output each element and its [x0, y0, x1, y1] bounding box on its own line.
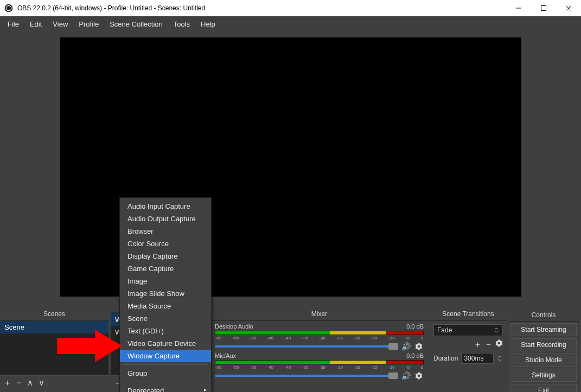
add-transition-button[interactable]: ＋	[474, 339, 482, 350]
transitions-panel: Scene Transitions Fade ＋ − Duration	[430, 308, 506, 389]
channel-name: Mic/Aux	[215, 352, 236, 359]
ctx-video-capture-device[interactable]: Video Capture Device	[120, 337, 211, 350]
transitions-header: Scene Transitions	[430, 308, 506, 321]
ctx-display-capture[interactable]: Display Capture	[120, 250, 211, 262]
obs-logo-icon	[4, 4, 13, 12]
volume-slider[interactable]	[215, 345, 398, 348]
remove-scene-button[interactable]: −	[17, 378, 22, 387]
ctx-scene[interactable]: Scene	[120, 312, 211, 325]
start-recording-button[interactable]: Start Recording	[510, 338, 577, 351]
remove-transition-button[interactable]: −	[486, 339, 491, 350]
speaker-icon[interactable]: 🔊	[401, 342, 411, 351]
channel-db: 0.0 dB	[406, 352, 424, 359]
mixer-channel-mic-aux: Mic/Aux 0.0 dB -60-55-50-45-40-35-30-25-…	[215, 352, 424, 381]
updown-icon	[494, 327, 499, 333]
menu-profile[interactable]: Profile	[73, 18, 104, 30]
studio-mode-button[interactable]: Studio Mode	[510, 354, 577, 367]
ctx-game-capture[interactable]: Game Capture	[120, 262, 211, 275]
ctx-separator	[123, 382, 208, 382]
ctx-image-slide-show[interactable]: Image Slide Show	[120, 287, 211, 300]
level-meter	[215, 331, 424, 335]
ctx-media-source[interactable]: Media Source	[120, 300, 211, 312]
start-streaming-button[interactable]: Start Streaming	[510, 323, 577, 336]
menu-edit[interactable]: Edit	[24, 18, 47, 30]
scenes-header: Scenes	[0, 308, 108, 321]
controls-header: Controls	[508, 309, 579, 322]
channel-settings-button[interactable]	[414, 342, 424, 351]
ctx-browser[interactable]: Browser	[120, 225, 211, 237]
titlebar: OBS 22.0.2 (64-bit, windows) - Profile: …	[0, 0, 581, 16]
menu-tools[interactable]: Tools	[168, 18, 195, 30]
add-source-context-menu: Audio Input Capture Audio Output Capture…	[119, 197, 212, 392]
duration-input[interactable]	[461, 353, 494, 364]
scene-down-button[interactable]: ∨	[39, 378, 44, 387]
controls-panel: Controls Start Streaming Start Recording…	[508, 308, 579, 389]
ctx-text-gdi[interactable]: Text (GDI+)	[120, 325, 211, 337]
ctx-window-capture[interactable]: Window Capture	[120, 350, 211, 362]
updown-icon[interactable]	[497, 356, 502, 361]
annotation-arrow-icon	[57, 330, 122, 362]
menu-file[interactable]: File	[2, 18, 24, 30]
menu-help[interactable]: Help	[195, 18, 221, 30]
channel-settings-button[interactable]	[414, 371, 424, 381]
duration-label: Duration	[433, 355, 458, 362]
transition-selected: Fade	[437, 326, 452, 334]
exit-button[interactable]: Exit	[510, 384, 577, 392]
close-button[interactable]	[556, 0, 581, 16]
ctx-audio-output-capture[interactable]: Audio Output Capture	[120, 213, 211, 225]
ctx-audio-input-capture[interactable]: Audio Input Capture	[120, 200, 211, 213]
transition-settings-button[interactable]	[495, 339, 503, 350]
ctx-separator	[123, 364, 208, 365]
add-scene-button[interactable]: ＋	[3, 378, 11, 387]
svg-rect-4	[541, 6, 546, 11]
svg-marker-7	[57, 330, 122, 362]
transition-select[interactable]: Fade	[433, 324, 503, 336]
settings-button[interactable]: Settings	[510, 369, 577, 382]
ctx-image[interactable]: Image	[120, 275, 211, 287]
channel-name: Desktop Audio	[215, 323, 253, 330]
window-title: OBS 22.0.2 (64-bit, windows) - Profile: …	[17, 4, 506, 12]
ctx-deprecated[interactable]: Deprecated	[120, 384, 211, 392]
scene-up-button[interactable]: ∧	[27, 378, 33, 387]
channel-db: 0.0 dB	[406, 323, 424, 330]
ctx-group[interactable]: Group	[120, 367, 211, 380]
volume-slider[interactable]	[215, 375, 398, 377]
channel-ticks: -60-55-50-45-40-35-30-25-20-15-10-50	[215, 336, 424, 340]
mixer-panel: Mixer Desktop Audio 0.0 dB -60-55-50-45-…	[210, 308, 428, 389]
maximize-button[interactable]	[531, 0, 556, 16]
mixer-channel-desktop-audio: Desktop Audio 0.0 dB -60-55-50-45-40-35-…	[215, 323, 424, 351]
preview-area	[0, 31, 581, 297]
speaker-icon[interactable]: 🔊	[401, 371, 411, 380]
channel-ticks: -60-55-50-45-40-35-30-25-20-15-10-50	[215, 365, 424, 370]
minimize-button[interactable]	[506, 0, 531, 16]
ctx-color-source[interactable]: Color Source	[120, 237, 211, 250]
menu-view[interactable]: View	[47, 18, 73, 30]
svg-point-2	[7, 6, 11, 10]
menubar: File Edit View Profile Scene Collection …	[0, 16, 581, 31]
menu-scene-collection[interactable]: Scene Collection	[104, 18, 168, 30]
level-meter	[215, 360, 424, 364]
mixer-header: Mixer	[210, 308, 428, 321]
scenes-footer: ＋ − ∧ ∨	[0, 375, 108, 389]
